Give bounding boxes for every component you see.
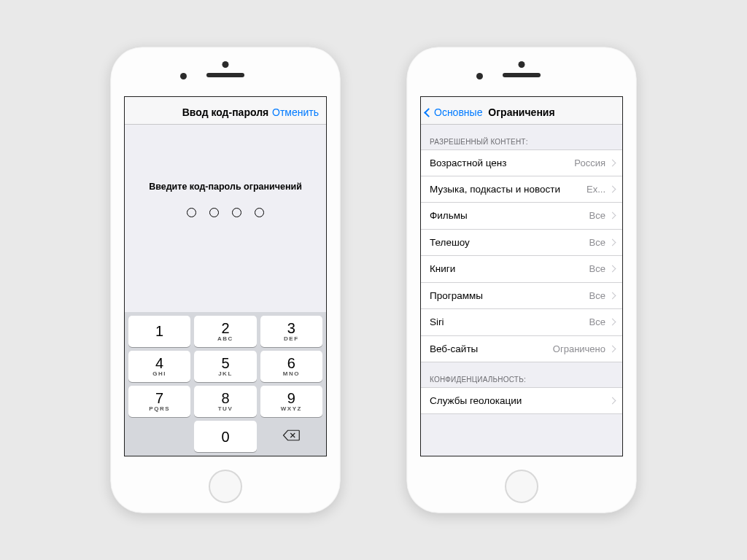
chevron-left-icon: [424, 108, 433, 117]
row-label: Службы геолокации: [430, 395, 522, 406]
back-label: Основные: [434, 106, 482, 118]
settings-row[interactable]: КнигиВсе: [421, 256, 622, 283]
settings-row[interactable]: Возрастной цензРоссия: [421, 149, 622, 176]
chevron-right-icon: [609, 292, 616, 299]
row-label: Музыка, подкасты и новости: [430, 184, 560, 195]
row-label: Телешоу: [430, 237, 470, 248]
row-label: Веб-сайты: [430, 343, 478, 354]
settings-row[interactable]: ПрограммыВсе: [421, 283, 622, 310]
passcode-dot: [209, 208, 219, 217]
chevron-right-icon: [609, 238, 616, 246]
key-4[interactable]: 4GHI: [128, 351, 190, 382]
row-value: Все: [589, 316, 615, 327]
passcode-dots: [187, 208, 264, 217]
sensor-dot: [222, 61, 229, 68]
chevron-right-icon: [609, 397, 616, 404]
row-label: Возрастной ценз: [430, 158, 507, 168]
key-1[interactable]: 1: [128, 316, 190, 347]
key-delete[interactable]: [260, 421, 322, 452]
key-0[interactable]: 0: [194, 421, 256, 452]
speaker-grill: [206, 73, 244, 77]
chevron-right-icon: [609, 319, 616, 326]
restrictions-table: РАЗРЕШЕННЫЙ КОНТЕНТ: Возрастной цензРосс…: [421, 125, 622, 456]
row-value: Россия: [574, 158, 615, 168]
section-header-allowed: РАЗРЕШЕННЫЙ КОНТЕНТ:: [421, 125, 622, 149]
home-button[interactable]: [209, 470, 242, 503]
row-value: Все: [589, 237, 615, 248]
screen-restrictions: Основные Ограничения РАЗРЕШЕННЫЙ КОНТЕНТ…: [420, 96, 623, 456]
chevron-right-icon: [609, 265, 616, 273]
numeric-keypad: 1 2ABC 3DEF 4GHI 5JKL 6MNO 7PQRS 8TUV 9W…: [125, 312, 326, 456]
row-value: Ограничено: [553, 343, 615, 354]
phone-restrictions: Основные Ограничения РАЗРЕШЕННЫЙ КОНТЕНТ…: [406, 47, 637, 513]
passcode-body: Введите код-пароль ограничений: [125, 125, 326, 312]
sensor-dot: [519, 61, 525, 68]
key-blank: [128, 421, 190, 452]
key-6[interactable]: 6MNO: [260, 351, 322, 382]
phone-passcode: Ввод код-пароля Отменить Введите код-пар…: [110, 47, 341, 513]
settings-row[interactable]: SiriВсе: [421, 309, 622, 336]
passcode-dot: [255, 208, 264, 217]
navbar-passcode: Ввод код-пароля Отменить: [125, 97, 326, 125]
passcode-prompt: Введите код-пароль ограничений: [149, 182, 302, 192]
home-button[interactable]: [505, 470, 538, 503]
row-value: Все: [589, 290, 615, 301]
row-value: [610, 398, 615, 403]
chevron-right-icon: [609, 212, 616, 219]
key-9[interactable]: 9WXYZ: [260, 386, 322, 417]
backspace-icon: [282, 429, 300, 444]
front-camera: [476, 73, 483, 79]
passcode-dot: [187, 208, 196, 217]
row-value: Все: [589, 263, 615, 274]
front-camera: [180, 73, 187, 79]
key-7[interactable]: 7PQRS: [128, 386, 190, 417]
nav-title: Ввод код-пароля: [182, 106, 268, 118]
row-value: Все: [589, 210, 615, 221]
row-label: Программы: [430, 290, 483, 301]
key-8[interactable]: 8TUV: [194, 386, 256, 417]
chevron-right-icon: [609, 159, 616, 166]
settings-row[interactable]: Веб-сайтыОграничено: [421, 336, 622, 363]
row-label: Книги: [430, 263, 455, 274]
key-2[interactable]: 2ABC: [194, 316, 256, 347]
section-header-privacy: КОНФИДЕНЦИАЛЬНОСТЬ:: [421, 362, 622, 387]
row-label: Siri: [430, 316, 444, 327]
settings-row[interactable]: Музыка, подкасты и новостиEx...: [421, 176, 622, 203]
settings-row[interactable]: Службы геолокации: [421, 387, 622, 414]
speaker-grill: [503, 73, 541, 77]
section-privacy-rows: Службы геолокации: [421, 387, 622, 414]
row-label: Фильмы: [430, 210, 468, 221]
passcode-dot: [232, 208, 241, 217]
section-allowed-rows: Возрастной цензРоссияМузыка, подкасты и …: [421, 149, 622, 362]
chevron-right-icon: [609, 345, 616, 352]
cancel-button[interactable]: Отменить: [272, 106, 319, 118]
back-button[interactable]: Основные: [425, 106, 482, 118]
key-3[interactable]: 3DEF: [260, 316, 322, 347]
screen-passcode: Ввод код-пароля Отменить Введите код-пар…: [124, 96, 327, 456]
settings-row[interactable]: ФильмыВсе: [421, 203, 622, 230]
key-5[interactable]: 5JKL: [194, 351, 256, 382]
settings-row[interactable]: ТелешоуВсе: [421, 230, 622, 257]
navbar-restrictions: Основные Ограничения: [421, 97, 622, 125]
chevron-right-icon: [609, 185, 616, 192]
nav-title: Ограничения: [488, 106, 554, 118]
row-value: Ex...: [587, 184, 615, 195]
